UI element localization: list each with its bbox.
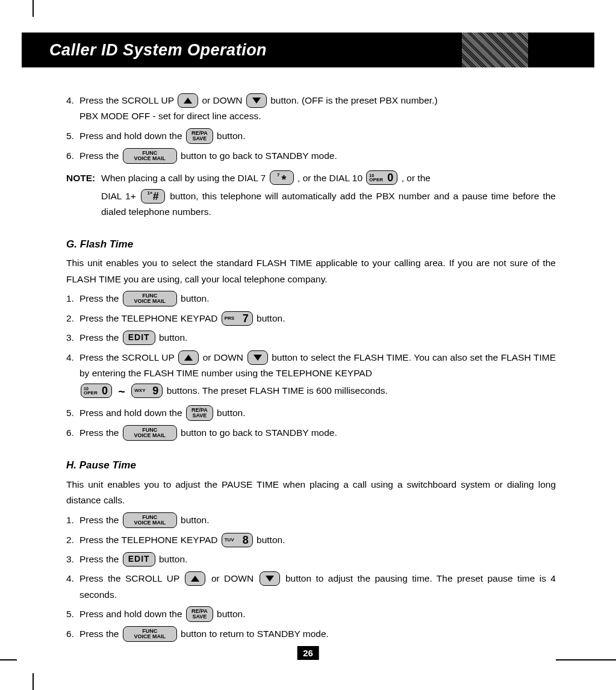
note-block: NOTE: When placing a call by using the D…: [66, 170, 556, 186]
key-1plus-hash-icon: 1+ #: [141, 189, 165, 204]
tilde: ~: [118, 381, 125, 402]
step-5-top: 5. Press and hold down the RE/PA SAVE bu…: [66, 128, 556, 145]
page-number: 26: [297, 646, 319, 660]
repa-save-button-icon: RE/PA SAVE: [186, 606, 213, 622]
key-10-oper-0-icon: 10 OPER 0: [366, 170, 397, 185]
content: 4. Press the SCROLL UP or DOWN button. (…: [66, 89, 556, 646]
h-step-1: 1. Press the FUNC VOICE MAIL button.: [66, 512, 556, 529]
g-step-2: 2. Press the TELEPHONE KEYPAD PRS 7 butt…: [66, 311, 556, 326]
header-noise-block: [462, 33, 528, 67]
func-voicemail-button-icon: FUNC VOICE MAIL: [123, 148, 177, 164]
svg-marker-4: [191, 576, 199, 582]
h-step-4: 4. Press the SCROLL UP or DOWN button to…: [66, 571, 556, 603]
page: Caller ID System Operation 4. Press the …: [0, 0, 616, 690]
step-6-top: 6. Press the FUNC VOICE MAIL button to g…: [66, 148, 556, 164]
key-7-star-icon: 7 *: [270, 170, 294, 185]
section-g-intro: This unit enables you to select the stan…: [66, 255, 556, 287]
func-voicemail-button-icon: FUNC VOICE MAIL: [123, 425, 177, 441]
svg-marker-3: [254, 355, 262, 361]
key-wxy-9-icon: WXY 9: [131, 384, 163, 398]
key-prs-7-icon: PRS 7: [222, 311, 253, 326]
edit-button-icon: EDIT: [123, 552, 155, 567]
scroll-down-icon: [247, 350, 268, 365]
g-step-3: 3. Press the EDIT button.: [66, 330, 556, 346]
g-step-6: 6. Press the FUNC VOICE MAIL button to g…: [66, 425, 556, 441]
svg-marker-2: [184, 355, 193, 361]
g-step-5: 5. Press and hold down the RE/PA SAVE bu…: [66, 405, 556, 421]
func-voicemail-button-icon: FUNC VOICE MAIL: [123, 512, 177, 528]
section-h-title: H. Pause Time: [66, 457, 556, 474]
g-step-1: 1. Press the FUNC VOICE MAIL button.: [66, 291, 556, 307]
section-g-title: G. Flash Time: [66, 236, 556, 253]
step-4-top: 4. Press the SCROLL UP or DOWN button. (…: [66, 93, 556, 125]
page-title: Caller ID System Operation: [49, 41, 267, 60]
scroll-down-icon: [246, 93, 267, 108]
svg-marker-5: [266, 576, 274, 582]
key-10-oper-0-icon: 10 OPER 0: [81, 384, 112, 398]
section-h-intro: This unit enables you to adjust the PAUS…: [66, 477, 556, 509]
edit-button-icon: EDIT: [123, 331, 155, 345]
note-cont: DIAL 1+ 1+ # button, this telephone will…: [101, 188, 556, 220]
repa-save-button-icon: RE/PA SAVE: [186, 128, 213, 144]
scroll-down-icon: [260, 571, 280, 586]
scroll-up-icon: [178, 350, 199, 365]
svg-marker-0: [184, 98, 192, 104]
scroll-up-icon: [178, 93, 198, 108]
func-voicemail-button-icon: FUNC VOICE MAIL: [123, 626, 177, 642]
h-step-3: 3. Press the EDIT button.: [66, 552, 556, 567]
h-step-5: 5. Press and hold down the RE/PA SAVE bu…: [66, 606, 556, 623]
svg-marker-1: [252, 98, 261, 104]
h-step-6: 6. Press the FUNC VOICE MAIL button to r…: [66, 626, 556, 642]
h-step-2: 2. Press the TELEPHONE KEYPAD TUV 8 butt…: [66, 532, 556, 548]
scroll-up-icon: [185, 571, 205, 586]
func-voicemail-button-icon: FUNC VOICE MAIL: [123, 291, 177, 306]
g-step-4: 4. Press the SCROLL UP or DOWN button to…: [66, 350, 556, 402]
key-tuv-8-icon: TUV 8: [222, 533, 253, 547]
repa-save-button-icon: RE/PA SAVE: [186, 405, 213, 421]
